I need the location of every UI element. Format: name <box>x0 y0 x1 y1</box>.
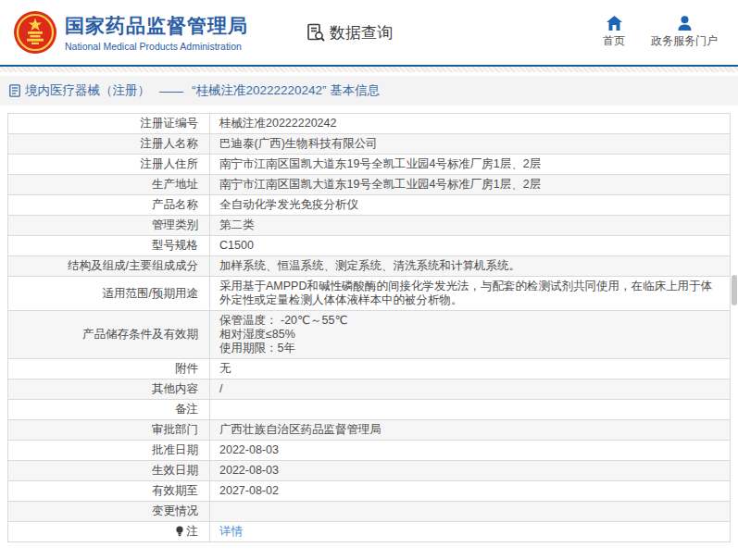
row-label: 管理类别 <box>8 216 210 236</box>
row-value: 详情 <box>210 522 731 542</box>
row-value: 保管温度： -20℃～55℃ 相对湿度≤85% 使用期限：5年 <box>210 311 731 359</box>
row-label: 生产地址 <box>8 175 210 195</box>
agency-name-en: National Medical Products Administration <box>65 41 248 52</box>
row-value: 第二类 <box>210 216 731 236</box>
agency-title-block: 国家药品监督管理局 National Medical Products Admi… <box>65 13 248 52</box>
table-row: 型号规格C1500 <box>8 236 731 256</box>
row-label: 批准日期 <box>8 441 210 461</box>
row-label: 注册人名称 <box>8 134 210 155</box>
breadcrumb-separator: —— <box>159 84 182 98</box>
table-row: 注册人住所南宁市江南区国凯大道东19号全凯工业园4号标准厂房1层、2层 <box>8 155 731 175</box>
row-label: 审批部门 <box>8 420 210 441</box>
page-root: 国家药品监督管理局 National Medical Products Admi… <box>0 0 738 560</box>
agency-name-cn: 国家药品监督管理局 <box>65 13 248 39</box>
row-value <box>210 502 731 522</box>
lightbulb-icon <box>175 526 184 537</box>
row-label: 变更情况 <box>8 502 210 522</box>
row-value: 广西壮族自治区药品监督管理局 <box>210 420 731 441</box>
table-row: 结构及组成/主要组成成分加样系统、恒温系统、测定系统、清洗系统和计算机系统。 <box>8 256 731 277</box>
site-header: 国家药品监督管理局 National Medical Products Admi… <box>0 0 738 65</box>
table-row: 有效期至2027-08-02 <box>8 481 731 502</box>
table-row: 管理类别第二类 <box>8 216 731 236</box>
row-value: 南宁市江南区国凯大道东19号全凯工业园4号标准厂房1层、2层 <box>210 155 731 175</box>
row-value: C1500 <box>210 236 731 256</box>
table-row: 生效日期2022-08-03 <box>8 461 731 481</box>
table-row: 注详情 <box>8 522 731 542</box>
table-row: 产品储存条件及有效期保管温度： -20℃～55℃ 相对湿度≤85% 使用期限：5… <box>8 311 731 359</box>
table-row: 批准日期2022-08-03 <box>8 441 731 461</box>
nav-portal-label: 政务服务门户 <box>651 33 718 49</box>
table-row: 适用范围/预期用途采用基于AMPPD和碱性磷酸酶的间接化学发光法，与配套的检测试… <box>8 277 731 311</box>
table-row: 审批部门广西壮族自治区药品监督管理局 <box>8 420 731 441</box>
row-label: 注 <box>8 522 210 542</box>
table-row: 产品名称全自动化学发光免疫分析仪 <box>8 195 731 216</box>
hatch-strip <box>0 67 738 72</box>
data-query-button[interactable]: 数据查询 <box>306 22 393 44</box>
table-row: 生产地址南宁市江南区国凯大道东19号全凯工业园4号标准厂房1层、2层 <box>8 175 731 195</box>
row-label: 生效日期 <box>8 461 210 481</box>
table-row: 备注 <box>8 400 731 420</box>
row-label: 注册证编号 <box>8 114 210 134</box>
row-value: 全自动化学发光免疫分析仪 <box>210 195 731 216</box>
row-label: 产品储存条件及有效期 <box>8 311 210 359</box>
table-row: 变更情况 <box>8 502 731 522</box>
table-row: 其他内容/ <box>8 380 731 400</box>
table-row: 注册人名称巴迪泰(广西)生物科技有限公司 <box>8 134 731 155</box>
document-icon <box>9 84 20 97</box>
user-icon <box>677 16 693 31</box>
scrollbar-thumb[interactable] <box>732 275 737 305</box>
row-label: 适用范围/预期用途 <box>8 277 210 311</box>
nav-portal[interactable]: 政务服务门户 <box>651 16 718 49</box>
row-label: 结构及组成/主要组成成分 <box>8 256 210 277</box>
top-nav: 首页 政务服务门户 <box>603 16 725 49</box>
row-label: 附件 <box>8 359 210 380</box>
breadcrumb: 境内医疗器械（注册） —— “桂械注准20222220242” 基本信息 <box>0 76 738 106</box>
row-value <box>210 400 731 420</box>
row-label: 有效期至 <box>8 481 210 502</box>
row-value: 加样系统、恒温系统、测定系统、清洗系统和计算机系统。 <box>210 256 731 277</box>
breadcrumb-section: 境内医疗器械（注册） <box>25 82 150 99</box>
registration-info-table: 注册证编号桂械注准20222220242注册人名称巴迪泰(广西)生物科技有限公司… <box>7 113 731 542</box>
nav-home[interactable]: 首页 <box>603 16 625 49</box>
breadcrumb-title: “桂械注准20222220242” 基本信息 <box>192 82 380 99</box>
data-query-label: 数据查询 <box>330 22 393 44</box>
row-value: 采用基于AMPPD和碱性磷酸酶的间接化学发光法，与配套的检测试剂共同使用，在临床… <box>210 277 731 311</box>
agency-brand: 国家药品监督管理局 National Medical Products Admi… <box>13 10 248 55</box>
row-value: / <box>210 380 731 400</box>
row-value: 南宁市江南区国凯大道东19号全凯工业园4号标准厂房1层、2层 <box>210 175 731 195</box>
row-value: 桂械注准20222220242 <box>210 114 731 134</box>
national-emblem-logo <box>13 10 57 55</box>
detail-link[interactable]: 详情 <box>219 525 243 538</box>
row-value: 2022-08-03 <box>210 461 731 481</box>
row-label: 型号规格 <box>8 236 210 256</box>
row-label: 其他内容 <box>8 380 210 400</box>
table-row: 附件无 <box>8 359 731 380</box>
row-value: 2027-08-02 <box>210 481 731 502</box>
row-label: 注册人住所 <box>8 155 210 175</box>
nav-home-label: 首页 <box>603 33 625 49</box>
row-value: 巴迪泰(广西)生物科技有限公司 <box>210 134 731 155</box>
document-search-icon <box>306 22 326 43</box>
row-value: 2022-08-03 <box>210 441 731 461</box>
row-label: 备注 <box>8 400 210 420</box>
table-row: 注册证编号桂械注准20222220242 <box>8 114 731 134</box>
home-icon <box>607 16 622 31</box>
row-value: 无 <box>210 359 731 380</box>
row-label: 产品名称 <box>8 195 210 216</box>
